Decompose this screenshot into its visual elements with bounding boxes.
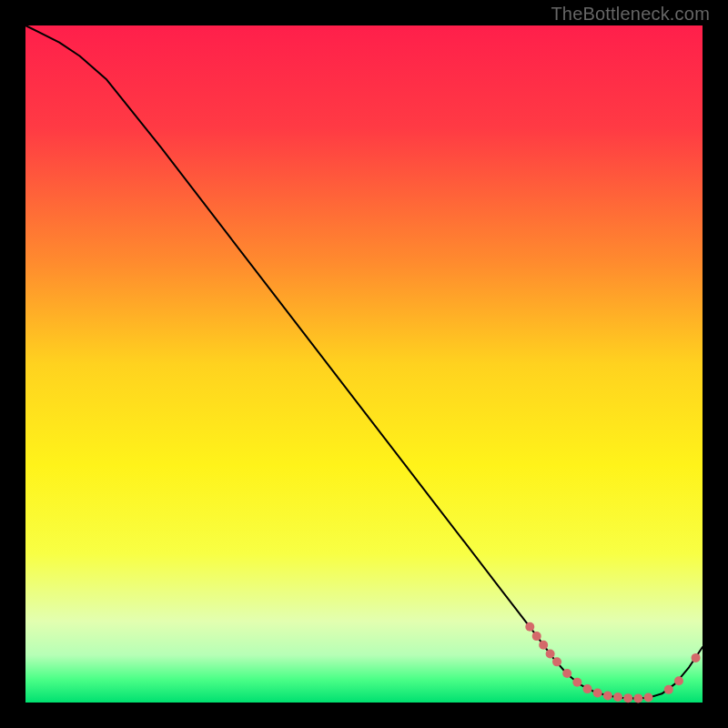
highlight-dot xyxy=(562,669,571,678)
highlight-dot xyxy=(633,693,642,703)
highlight-dot xyxy=(664,685,673,694)
chart-frame: TheBottleneck.com xyxy=(0,0,728,728)
bottleneck-chart xyxy=(0,0,728,728)
highlight-dot xyxy=(674,676,683,685)
highlight-dot xyxy=(539,641,548,650)
highlight-dot xyxy=(546,649,555,658)
highlight-dot xyxy=(583,684,592,693)
highlight-dot xyxy=(623,693,632,703)
highlight-dot xyxy=(552,657,561,666)
highlight-dot xyxy=(525,622,534,632)
highlight-dot xyxy=(572,678,581,687)
highlight-dot xyxy=(692,653,701,662)
highlight-dot xyxy=(593,689,602,698)
highlight-dot xyxy=(532,632,541,641)
highlight-dot xyxy=(613,693,622,702)
highlight-dot xyxy=(603,692,612,701)
gradient-background xyxy=(25,25,703,703)
highlight-dot xyxy=(643,693,652,702)
